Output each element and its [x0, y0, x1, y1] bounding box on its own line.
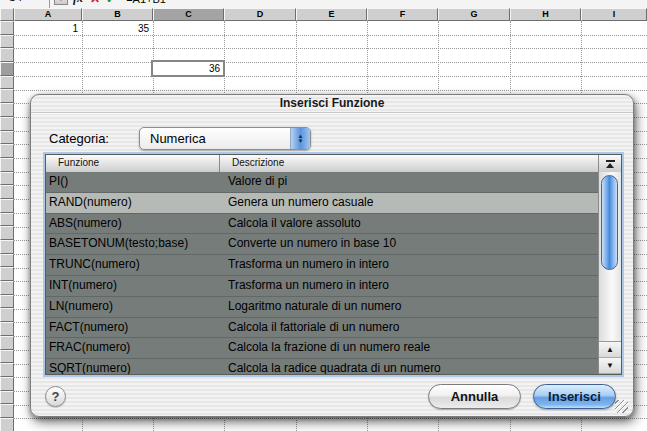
row-header[interactable] — [0, 322, 14, 336]
cancel-x-icon[interactable]: ✕ — [90, 0, 100, 6]
function-name: ABS(numero) — [46, 214, 223, 234]
sort-ascending-icon[interactable] — [598, 155, 621, 172]
column-header-c[interactable]: C — [153, 8, 224, 21]
column-header-descrizione[interactable]: Descrizione — [220, 155, 598, 172]
row-header[interactable] — [0, 295, 14, 309]
cell-c4-selected[interactable]: 36 — [151, 60, 225, 77]
list-item-frac[interactable]: FRAC(numero) Calcola la frazione di un n… — [46, 338, 598, 359]
help-button[interactable]: ? — [45, 386, 66, 407]
scroll-down-icon[interactable]: ▼ — [599, 358, 621, 374]
sheet-corner-box[interactable] — [0, 8, 14, 21]
list-item-rand-selected[interactable]: RAND(numero) Genera un numero casuale — [46, 193, 598, 214]
row-header[interactable] — [0, 172, 14, 186]
row-header[interactable] — [0, 267, 14, 281]
row-header[interactable] — [0, 377, 14, 391]
grid-hline — [14, 90, 647, 91]
insert-function-dialog: Inserisci Funzione Categoria: Numerica ▲… — [30, 94, 634, 417]
popup-arrow-down: ▼ — [298, 139, 304, 144]
row-header[interactable] — [0, 199, 14, 213]
row-header[interactable] — [0, 226, 14, 240]
row-header[interactable] — [0, 281, 14, 295]
row-header[interactable] — [0, 213, 14, 227]
list-scrollbar[interactable]: ▲ ▼ — [598, 172, 621, 374]
function-desc: Calcola il fattoriale di un numero — [223, 318, 598, 338]
column-header-e[interactable]: E — [296, 8, 367, 21]
formula-bar: C4 ▼ fx ✕ ✓ =A1+B1 — [0, 0, 647, 8]
cell-a1[interactable]: 1 — [14, 23, 78, 34]
row-header[interactable] — [0, 144, 14, 158]
grid-hline — [14, 76, 647, 77]
fx-icon[interactable]: fx — [73, 0, 83, 6]
cell-reference-box[interactable]: C4 — [0, 0, 50, 8]
row-header[interactable] — [0, 76, 14, 90]
row-header[interactable] — [0, 363, 14, 377]
scrollbar-thumb[interactable] — [601, 175, 618, 270]
chevron-down-icon[interactable]: ▼ — [54, 0, 68, 5]
row-header[interactable] — [0, 336, 14, 350]
list-item-trunc[interactable]: TRUNC(numero) Trasforma un numero in int… — [46, 255, 598, 276]
list-item-fact[interactable]: FACT(numero) Calcola il fattoriale di un… — [46, 318, 598, 339]
category-label: Categoria: — [49, 127, 109, 150]
function-name: LN(numero) — [46, 297, 223, 317]
row-header[interactable] — [0, 418, 14, 431]
cell-b1[interactable]: 35 — [84, 23, 149, 34]
confirm-check-icon[interactable]: ✓ — [106, 0, 116, 6]
row-header[interactable] — [0, 117, 14, 131]
function-desc: Genera un numero casuale — [223, 193, 598, 213]
row-header[interactable] — [0, 103, 14, 117]
column-header-g[interactable]: G — [438, 8, 510, 21]
row-header[interactable] — [0, 89, 14, 103]
column-header-f[interactable]: F — [367, 8, 438, 21]
row-header[interactable] — [0, 158, 14, 172]
row-header[interactable] — [0, 131, 14, 145]
function-list-header: Funzione Descrizione — [46, 155, 621, 173]
column-header-a[interactable]: A — [14, 8, 82, 21]
row-header[interactable] — [0, 21, 14, 35]
function-list-body: PI() Valore di pi RAND(numero) Genera un… — [46, 172, 598, 374]
column-header-i[interactable]: I — [581, 8, 647, 21]
list-item-pi[interactable]: PI() Valore di pi — [46, 172, 598, 193]
list-item-int[interactable]: INT(numero) Trasforma un numero in inter… — [46, 276, 598, 297]
function-desc: Calcola il valore assoluto — [223, 214, 598, 234]
function-name: TRUNC(numero) — [46, 255, 223, 275]
column-header-h[interactable]: H — [510, 8, 581, 21]
row-header[interactable] — [0, 350, 14, 364]
sort-triangle — [606, 163, 614, 168]
resize-grip-icon[interactable] — [615, 400, 628, 413]
row-header[interactable] — [0, 308, 14, 322]
row-header[interactable] — [0, 404, 14, 418]
formula-input[interactable]: =A1+B1 — [126, 0, 166, 5]
list-item-basetonum[interactable]: BASETONUM(testo;base) Converte un numero… — [46, 234, 598, 255]
function-name: FRAC(numero) — [46, 338, 223, 358]
grid-hline — [14, 35, 647, 36]
column-header-b[interactable]: B — [82, 8, 153, 21]
function-desc: Logaritmo naturale di un numero — [223, 297, 598, 317]
function-desc: Converte un numero in base 10 — [223, 234, 598, 254]
list-item-abs[interactable]: ABS(numero) Calcola il valore assoluto — [46, 214, 598, 235]
function-name: INT(numero) — [46, 276, 223, 296]
function-desc: Calcola la frazione di un numero reale — [223, 338, 598, 358]
row-header[interactable] — [0, 62, 14, 76]
cancel-button[interactable]: Annulla — [428, 384, 521, 409]
function-desc: Trasforma un numero in intero — [223, 276, 598, 296]
row-headers — [0, 21, 14, 431]
insert-button[interactable]: Inserisci — [533, 384, 616, 409]
category-popup[interactable]: Numerica ▲ ▼ — [139, 127, 311, 150]
column-header-d[interactable]: D — [224, 8, 296, 21]
function-name: SQRT(numero) — [46, 359, 223, 374]
list-item-ln[interactable]: LN(numero) Logaritmo naturale di un nume… — [46, 297, 598, 318]
row-header[interactable] — [0, 254, 14, 268]
column-header-funzione[interactable]: Funzione — [46, 155, 220, 172]
sort-bar — [606, 160, 615, 162]
list-item-sqrt[interactable]: SQRT(numero) Calcola la radice quadrata … — [46, 359, 598, 374]
row-header[interactable] — [0, 391, 14, 405]
grid-hline — [14, 418, 647, 419]
function-name: PI() — [46, 172, 223, 192]
row-header[interactable] — [0, 185, 14, 199]
row-header[interactable] — [0, 35, 14, 49]
row-header[interactable] — [0, 240, 14, 254]
scrollbar-arrows: ▲ ▼ — [599, 341, 621, 374]
function-list: Funzione Descrizione PI() Valore di pi R… — [45, 154, 622, 375]
scroll-up-icon[interactable]: ▲ — [599, 342, 621, 358]
row-header[interactable] — [0, 48, 14, 62]
